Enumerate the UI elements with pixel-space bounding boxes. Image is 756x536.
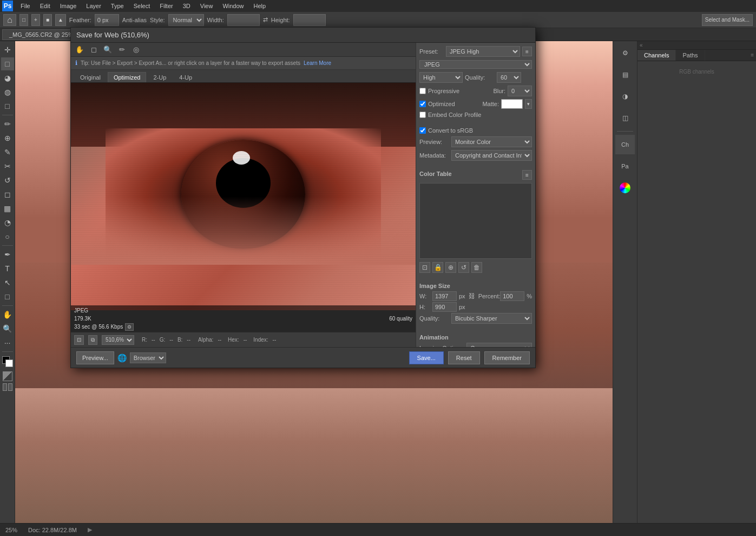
index-label: Index:	[253, 337, 268, 343]
dialog-title-text: Save for Web (510,6%)	[76, 31, 149, 39]
preview-time: 33 sec @ 56.6 Kbps ⚙	[74, 323, 134, 331]
dialog-zoom-in[interactable]: 🔍	[102, 44, 113, 55]
width-size-input[interactable]	[432, 291, 457, 301]
height-size-input[interactable]	[432, 302, 457, 312]
preview-button[interactable]: Preview...	[76, 351, 114, 364]
matte-swatch[interactable]	[501, 99, 523, 109]
reset-button[interactable]: Reset	[448, 351, 480, 364]
dialog-title-bar[interactable]: Save for Web (510,6%)	[71, 28, 535, 43]
ct-delete-btn[interactable]: 🗑	[471, 262, 482, 273]
dialog-footer-right: Save... Reset Remember	[409, 351, 530, 364]
preview-time-settings[interactable]: ⚙	[125, 323, 134, 331]
r-label: R:	[142, 337, 147, 343]
preview-size: 179.3K	[74, 315, 134, 323]
resize-to-fit-btn[interactable]: ⊡	[74, 335, 84, 345]
hex-value: --	[244, 337, 247, 343]
convert-srgb-row: Convert to sRGB	[419, 127, 532, 134]
height-size-row: H: px	[419, 302, 532, 312]
original-tab[interactable]: Original	[74, 72, 107, 82]
preview-row: Preview: Monitor Color	[419, 136, 532, 147]
color-table-header: Color Table ≡	[419, 170, 532, 180]
preset-row: Preset: JPEG High ≡	[419, 46, 532, 57]
learn-more-link[interactable]: Learn More	[304, 60, 331, 66]
preview-footer: ⊡ ⧉ 510,6% R: -- G: -- B: -- Alpha: -- H…	[71, 332, 416, 347]
preview-select[interactable]: Monitor Color	[451, 136, 532, 147]
save-for-web-dialog: Save for Web (510,6%) ✋ ◻ 🔍 ✏ ◎ ℹ Tip: U…	[70, 27, 536, 368]
preset-menu-btn[interactable]: ≡	[522, 47, 532, 56]
color-table-menu-btn[interactable]: ≡	[522, 170, 532, 180]
preview-quality: 60 quality	[389, 316, 412, 322]
browser-select[interactable]: Browser	[130, 352, 166, 363]
dialog-body: ✋ ◻ 🔍 ✏ ◎ ℹ Tip: Use File > Export > Exp…	[71, 43, 535, 347]
convert-srgb-label: Convert to sRGB	[428, 127, 473, 134]
metadata-label: Metadata:	[419, 152, 449, 159]
image-size-section: Image Size W: px ⛓ Percent: % H: px	[419, 283, 532, 324]
blur-select[interactable]: 0	[508, 86, 532, 96]
dialog-select-tool[interactable]: ◻	[88, 44, 99, 55]
save-button[interactable]: Save...	[409, 351, 444, 364]
width-size-label: W:	[419, 293, 430, 299]
ct-map-btn[interactable]: ⊡	[419, 262, 430, 273]
preview-format: JPEG	[74, 306, 134, 315]
preview-image-area: JPEG 179.3K 33 sec @ 56.6 Kbps ⚙ 60 qual…	[71, 83, 416, 332]
quality-select[interactable]: 60	[497, 72, 521, 83]
view-tabs: Original Optimized 2-Up 4-Up	[71, 70, 416, 83]
color-table-label: Color Table	[419, 171, 452, 177]
convert-srgb-checkbox[interactable]	[419, 127, 426, 134]
optimized-checkbox[interactable]	[419, 101, 426, 107]
matte-dropdown[interactable]: ▾	[525, 99, 532, 109]
dialog-hand-tool[interactable]: ✋	[74, 44, 85, 55]
eye-image-container	[71, 83, 416, 310]
zoom-select[interactable]: 510,6%	[102, 335, 134, 345]
dialog-eyedropper[interactable]: ✏	[116, 44, 127, 55]
r-value: --	[152, 337, 155, 343]
dialog-footer-left: Preview... 🌐 Browser	[76, 351, 166, 364]
compression-select[interactable]: High	[419, 72, 463, 83]
quality-size-row: Quality: Bicubic Sharper	[419, 313, 532, 324]
preview-info-bar: JPEG 179.3K 33 sec @ 56.6 Kbps ⚙ 60 qual…	[71, 305, 416, 332]
optimized-row: Optimized Matte: ▾	[419, 99, 532, 109]
width-unit: px	[459, 293, 465, 299]
remember-button[interactable]: Remember	[484, 351, 530, 364]
progressive-label: Progressive	[428, 88, 459, 94]
2up-tab[interactable]: 2-Up	[147, 72, 172, 82]
ct-web-btn[interactable]: ⊕	[445, 262, 456, 273]
embed-color-checkbox[interactable]	[419, 112, 426, 118]
hex-label: Hex:	[228, 337, 239, 343]
format-select[interactable]: JPEG	[419, 60, 532, 69]
browser-icon: 🌐	[117, 354, 127, 362]
quality-size-select[interactable]: Bicubic Sharper	[451, 313, 532, 324]
matte-label: Matte:	[482, 101, 499, 107]
index-value: --	[273, 337, 277, 343]
dialog-overlay: Save for Web (510,6%) ✋ ◻ 🔍 ✏ ◎ ℹ Tip: U…	[0, 0, 756, 536]
ct-undo-btn[interactable]: ↺	[458, 262, 469, 273]
ct-lock-btn[interactable]: 🔒	[432, 262, 443, 273]
blur-label: Blur:	[493, 88, 505, 94]
dialog-toolbar: ✋ ◻ 🔍 ✏ ◎	[71, 43, 416, 57]
g-label: G:	[160, 337, 166, 343]
preset-select[interactable]: JPEG High	[446, 46, 520, 57]
optimized-tab[interactable]: Optimized	[108, 72, 147, 82]
embed-color-row: Embed Color Profile	[419, 112, 532, 118]
percent-unit: %	[527, 293, 532, 299]
b-label: B:	[178, 337, 182, 343]
wh-link-icon: ⛓	[469, 292, 475, 300]
info-icon: ℹ	[75, 60, 77, 67]
dialog-settings-panel: Preset: JPEG High ≡ JPEG High Quality:	[416, 43, 535, 347]
preview-slices-btn[interactable]: ⧉	[88, 335, 97, 345]
alpha-label: Alpha:	[198, 337, 213, 343]
percent-label: Percent:	[478, 293, 498, 299]
image-size-title: Image Size	[419, 283, 532, 289]
progressive-checkbox[interactable]	[419, 88, 426, 94]
percent-input[interactable]	[500, 291, 524, 301]
looping-select[interactable]: Once	[466, 343, 532, 347]
b-value: --	[187, 337, 190, 343]
height-unit: px	[459, 304, 465, 310]
animation-section: Animation Looping Options: Once 1 of 1 |…	[419, 334, 532, 347]
4up-tab[interactable]: 4-Up	[173, 72, 198, 82]
dialog-preview-panel: ✋ ◻ 🔍 ✏ ◎ ℹ Tip: Use File > Export > Exp…	[71, 43, 416, 347]
dialog-sample-eyedropper[interactable]: ◎	[130, 44, 141, 55]
optimized-label: Optimized	[428, 101, 455, 107]
embed-color-label: Embed Color Profile	[428, 112, 481, 118]
metadata-select[interactable]: Copyright and Contact Info	[451, 150, 532, 161]
